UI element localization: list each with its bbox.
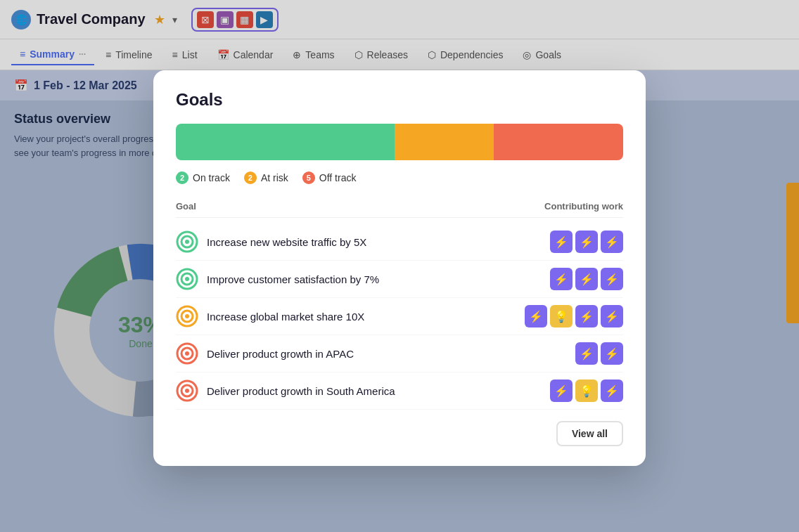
svg-point-20 — [185, 389, 189, 393]
col-contributing: Contributing work — [544, 201, 623, 212]
off-track-dot: 5 — [302, 171, 315, 184]
goal-icon-3 — [176, 305, 198, 327]
work-icon-bolt: ⚡ — [575, 305, 598, 327]
goals-table-header: Goal Contributing work — [176, 201, 623, 218]
modal-overlay: Goals 2 On track 2 At risk 5 Off track G — [0, 0, 799, 532]
work-icon-bolt: ⚡ — [525, 305, 547, 327]
bar-off-track — [494, 124, 623, 160]
modal-title: Goals — [176, 90, 623, 110]
work-icon-bolt: ⚡ — [575, 342, 598, 365]
at-risk-label: At risk — [261, 172, 288, 183]
goal-text-1: Increase new website traffic by 5X — [207, 236, 542, 248]
work-icon-bolt: ⚡ — [550, 268, 573, 290]
goal-row-2[interactable]: Improve customer satisfaction by 7% ⚡ ⚡ … — [176, 261, 623, 298]
at-risk-dot: 2 — [244, 171, 257, 184]
goal-row-1[interactable]: Increase new website traffic by 5X ⚡ ⚡ ⚡ — [176, 223, 623, 261]
work-icon-bolt: ⚡ — [575, 231, 598, 253]
svg-point-11 — [185, 277, 189, 281]
status-legend: 2 On track 2 At risk 5 Off track — [176, 171, 623, 184]
legend-off-track: 5 Off track — [302, 171, 357, 184]
work-icon-bolt: ⚡ — [601, 342, 623, 365]
status-bar-chart — [176, 124, 623, 160]
work-icon-bolt: ⚡ — [550, 379, 573, 402]
goal-icon-1 — [176, 231, 198, 253]
off-track-label: Off track — [319, 172, 357, 183]
svg-point-17 — [185, 351, 189, 356]
legend-on-track: 2 On track — [176, 171, 230, 184]
work-icon-bolt: ⚡ — [601, 305, 623, 327]
work-icon-bolt: ⚡ — [575, 268, 598, 290]
col-goal: Goal — [176, 201, 196, 212]
on-track-label: On track — [193, 172, 230, 183]
goal-icon-2 — [176, 268, 198, 290]
work-icon-bulb: 💡 — [575, 379, 598, 402]
goal-icon-4 — [176, 342, 198, 365]
goal-text-4: Deliver product growth in APAC — [207, 348, 567, 360]
svg-point-8 — [185, 240, 189, 244]
goal-row-3[interactable]: Increase global market share 10X ⚡ 💡 ⚡ ⚡ — [176, 298, 623, 335]
goal-works-1: ⚡ ⚡ ⚡ — [550, 231, 623, 253]
work-icon-bolt: ⚡ — [601, 231, 623, 253]
goal-works-3: ⚡ 💡 ⚡ ⚡ — [525, 305, 623, 327]
bar-on-track — [176, 124, 395, 160]
work-icon-bolt: ⚡ — [601, 379, 623, 402]
legend-at-risk: 2 At risk — [244, 171, 288, 184]
bar-at-risk — [395, 124, 494, 160]
goals-modal: Goals 2 On track 2 At risk 5 Off track G — [153, 70, 646, 466]
work-icon-bolt: ⚡ — [550, 231, 573, 253]
goal-row-5[interactable]: Deliver product growth in South America … — [176, 372, 623, 410]
goal-icon-5 — [176, 379, 198, 402]
on-track-dot: 2 — [176, 171, 188, 184]
goal-text-2: Improve customer satisfaction by 7% — [207, 273, 542, 285]
goal-text-5: Deliver product growth in South America — [207, 385, 542, 397]
work-icon-bolt: ⚡ — [601, 268, 623, 290]
goal-row-4[interactable]: Deliver product growth in APAC ⚡ ⚡ — [176, 335, 623, 372]
goal-works-4: ⚡ ⚡ — [575, 342, 623, 365]
goal-text-3: Increase global market share 10X — [207, 311, 516, 323]
goal-works-2: ⚡ ⚡ ⚡ — [550, 268, 623, 290]
svg-point-14 — [185, 314, 189, 318]
goal-works-5: ⚡ 💡 ⚡ — [550, 379, 623, 402]
work-icon-bulb: 💡 — [550, 305, 573, 327]
view-all-button[interactable]: View all — [556, 421, 623, 446]
